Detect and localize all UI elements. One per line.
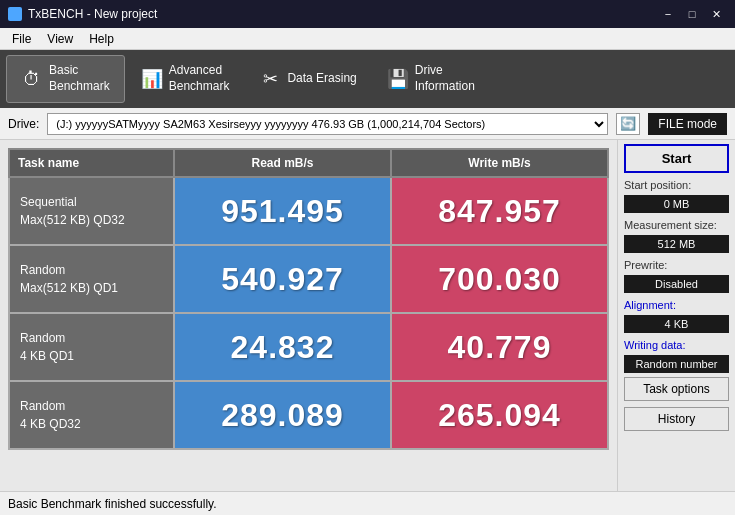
bench-read-cell: 289.089 (174, 381, 391, 449)
table-row: Random4 KB QD32 289.089 265.094 (9, 381, 608, 449)
benchmark-table: Task name Read mB/s Write mB/s Sequentia… (8, 148, 609, 450)
bench-read-value: 289.089 (221, 397, 344, 433)
bench-task-name: Random4 KB QD1 (9, 313, 174, 381)
window-controls: − □ ✕ (657, 5, 727, 23)
bench-task-name: SequentialMax(512 KB) QD32 (9, 177, 174, 245)
data-erasing-icon: ✂ (259, 68, 281, 90)
prewrite-label: Prewrite: (624, 259, 729, 271)
drive-information-icon: 💾 (387, 68, 409, 90)
task-options-button[interactable]: Task options (624, 377, 729, 401)
toolbar-advanced-benchmark[interactable]: 📊 Advanced Benchmark (127, 55, 244, 103)
advanced-benchmark-label-2: Benchmark (169, 79, 230, 95)
bench-read-cell: 540.927 (174, 245, 391, 313)
writing-data-value: Random number (624, 355, 729, 373)
bench-write-value: 847.957 (438, 193, 561, 229)
toolbar: ⏱ Basic Benchmark 📊 Advanced Benchmark ✂… (0, 50, 735, 108)
alignment-label: Alignment: (624, 299, 729, 311)
bench-task-name: RandomMax(512 KB) QD1 (9, 245, 174, 313)
file-mode-button[interactable]: FILE mode (648, 113, 727, 135)
bench-write-cell: 40.779 (391, 313, 608, 381)
title-bar: TxBENCH - New project − □ ✕ (0, 0, 735, 28)
table-row: SequentialMax(512 KB) QD32 951.495 847.9… (9, 177, 608, 245)
advanced-benchmark-label-1: Advanced (169, 63, 230, 79)
alignment-value: 4 KB (624, 315, 729, 333)
data-erasing-label: Data Erasing (287, 71, 356, 87)
bench-read-value: 951.495 (221, 193, 344, 229)
measurement-size-label: Measurement size: (624, 219, 729, 231)
measurement-size-value: 512 MB (624, 235, 729, 253)
app-icon (8, 7, 22, 21)
bench-write-value: 700.030 (438, 261, 561, 297)
bench-write-value: 265.094 (438, 397, 561, 433)
benchmark-area: Task name Read mB/s Write mB/s Sequentia… (0, 140, 617, 491)
menu-file[interactable]: File (4, 30, 39, 48)
status-text: Basic Benchmark finished successfully. (8, 497, 217, 511)
maximize-button[interactable]: □ (681, 5, 703, 23)
bench-read-cell: 24.832 (174, 313, 391, 381)
drive-information-label-2: Information (415, 79, 475, 95)
menu-bar: File View Help (0, 28, 735, 50)
toolbar-data-erasing[interactable]: ✂ Data Erasing (245, 55, 370, 103)
basic-benchmark-label-2: Benchmark (49, 79, 110, 95)
col-header-write: Write mB/s (391, 149, 608, 177)
right-panel: Start Start position: 0 MB Measurement s… (617, 140, 735, 491)
drive-refresh-button[interactable]: 🔄 (616, 113, 640, 135)
drive-information-label-1: Drive (415, 63, 475, 79)
menu-help[interactable]: Help (81, 30, 122, 48)
status-bar: Basic Benchmark finished successfully. (0, 491, 735, 515)
basic-benchmark-label-1: Basic (49, 63, 110, 79)
basic-benchmark-icon: ⏱ (21, 68, 43, 90)
bench-task-name: Random4 KB QD32 (9, 381, 174, 449)
main-content: Task name Read mB/s Write mB/s Sequentia… (0, 140, 735, 491)
toolbar-drive-information[interactable]: 💾 Drive Information (373, 55, 489, 103)
table-row: Random4 KB QD1 24.832 40.779 (9, 313, 608, 381)
start-position-label: Start position: (624, 179, 729, 191)
col-header-task: Task name (9, 149, 174, 177)
drive-bar: Drive: (J:) yyyyyySATMyyyy SA2M63 Xesirs… (0, 108, 735, 140)
bench-write-cell: 265.094 (391, 381, 608, 449)
advanced-benchmark-icon: 📊 (141, 68, 163, 90)
bench-read-value: 24.832 (231, 329, 335, 365)
start-position-value: 0 MB (624, 195, 729, 213)
table-row: RandomMax(512 KB) QD1 540.927 700.030 (9, 245, 608, 313)
window-title: TxBENCH - New project (28, 7, 157, 21)
minimize-button[interactable]: − (657, 5, 679, 23)
bench-read-cell: 951.495 (174, 177, 391, 245)
bench-write-cell: 700.030 (391, 245, 608, 313)
col-header-read: Read mB/s (174, 149, 391, 177)
bench-write-cell: 847.957 (391, 177, 608, 245)
start-button[interactable]: Start (624, 144, 729, 173)
bench-write-value: 40.779 (448, 329, 552, 365)
bench-read-value: 540.927 (221, 261, 344, 297)
toolbar-basic-benchmark[interactable]: ⏱ Basic Benchmark (6, 55, 125, 103)
history-button[interactable]: History (624, 407, 729, 431)
close-button[interactable]: ✕ (705, 5, 727, 23)
table-header-row: Task name Read mB/s Write mB/s (9, 149, 608, 177)
drive-select[interactable]: (J:) yyyyyySATMyyyy SA2M63 Xesirseyyy yy… (47, 113, 608, 135)
writing-data-label: Writing data: (624, 339, 729, 351)
drive-label: Drive: (8, 117, 39, 131)
menu-view[interactable]: View (39, 30, 81, 48)
prewrite-value: Disabled (624, 275, 729, 293)
